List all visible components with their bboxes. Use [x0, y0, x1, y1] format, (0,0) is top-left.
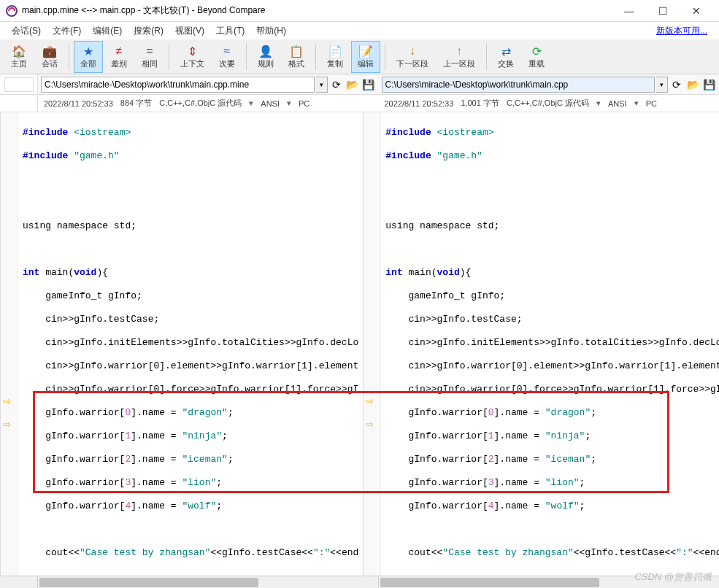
home-button[interactable]: 🏠主页: [4, 41, 34, 73]
diff-marker-icon[interactable]: ⇨: [366, 395, 377, 406]
left-enc: ANSI: [261, 99, 280, 108]
menu-edit[interactable]: 编辑(E): [87, 25, 128, 37]
left-pane: ⇨ ⇨ #include <iostream> #include "game.h…: [1, 112, 364, 576]
reload-button[interactable]: ⟳重载: [522, 41, 551, 73]
thumbnail-gutter-top: [0, 95, 38, 112]
right-save-icon[interactable]: 💾: [701, 77, 716, 92]
left-lineend: PC: [299, 99, 309, 108]
right-pane: ⇨ ⇨ #include <iostream> #include "game.h…: [364, 112, 719, 576]
left-pathbar: ▾ ⟳ 📂 💾: [38, 77, 379, 93]
right-recent-icon[interactable]: ⟳: [669, 77, 684, 92]
maximize-button[interactable]: ☐: [646, 0, 680, 22]
watermark: CSDN @赏善罚饿: [634, 570, 712, 584]
menu-view[interactable]: 视图(V): [169, 25, 210, 37]
right-lineend: PC: [646, 99, 657, 108]
window-title: main.cpp.mine <--> main.cpp - 文本比较(T) - …: [22, 4, 612, 17]
diff-marker-icon[interactable]: ⇨: [3, 419, 15, 429]
right-lang: C,C++,C#,ObjC 源代码: [507, 98, 589, 109]
toolbar: 🏠主页 💼会话 ★全部 ≠差别 =相同 ⇕上下文 ≈次要 👤规则 📋格式 📄复制…: [0, 39, 719, 74]
diff-marker-icon[interactable]: ⇨: [3, 395, 15, 406]
info-row: 2022/8/11 20:52:33 884 字节 C,C++,C#,ObjC …: [0, 95, 719, 112]
left-h-scrollbar[interactable]: [38, 576, 378, 588]
right-code[interactable]: #include <iostream> #include "game.h" us…: [381, 112, 719, 576]
right-open-folder-icon[interactable]: 📂: [685, 77, 700, 92]
swap-button[interactable]: ⇄交换: [491, 41, 520, 73]
menu-tools[interactable]: 工具(T): [210, 25, 250, 37]
right-info: 2022/8/11 20:52:33 1,001 字节 C,C++,C#,Obj…: [379, 98, 720, 109]
menu-help[interactable]: 帮助(H): [250, 25, 292, 37]
menu-search[interactable]: 搜索(R): [128, 25, 169, 37]
rules-button[interactable]: 👤规则: [251, 41, 280, 73]
right-marker-gutter: ⇨ ⇨: [364, 112, 381, 576]
format-button[interactable]: 📋格式: [282, 41, 311, 73]
left-path-dropdown[interactable]: ▾: [316, 77, 328, 93]
diff-button[interactable]: ≠差别: [104, 41, 134, 73]
context-button[interactable]: ⇕上下文: [174, 41, 211, 73]
copy-button[interactable]: 📄复制: [320, 41, 350, 73]
right-path-input[interactable]: [382, 77, 655, 93]
edit-button[interactable]: 📝编辑: [351, 41, 380, 73]
left-date: 2022/8/11 20:52:33: [44, 99, 113, 108]
right-size: 1,001 字节: [461, 98, 499, 109]
left-path-input[interactable]: [41, 77, 315, 93]
right-date: 2022/8/11 20:52:33: [385, 99, 454, 108]
left-size: 884 字节: [120, 98, 152, 109]
path-row: ▾ ⟳ 📂 💾 ▾ ⟳ 📂 💾: [0, 74, 719, 95]
minimize-button[interactable]: —: [612, 0, 646, 22]
app-icon: [6, 5, 18, 17]
thumbnail-column-header: [0, 74, 38, 94]
diff-marker-icon[interactable]: ⇨: [366, 419, 377, 429]
all-button[interactable]: ★全部: [74, 41, 103, 73]
right-enc: ANSI: [608, 99, 627, 108]
menu-session[interactable]: 会话(S): [6, 25, 47, 37]
left-code[interactable]: #include <iostream> #include "game.h" us…: [18, 112, 363, 576]
left-save-icon[interactable]: 💾: [361, 77, 376, 92]
session-button[interactable]: 💼会话: [35, 41, 64, 73]
same-button[interactable]: =相同: [135, 41, 164, 73]
left-lang: C,C++,C#,ObjC 源代码: [159, 98, 242, 109]
right-path-dropdown[interactable]: ▾: [656, 77, 668, 93]
titlebar: main.cpp.mine <--> main.cpp - 文本比较(T) - …: [0, 0, 719, 22]
left-marker-gutter: ⇨ ⇨: [1, 112, 18, 576]
compare-area: ⇨ ⇨ #include <iostream> #include "game.h…: [0, 112, 719, 576]
close-button[interactable]: ✕: [680, 0, 713, 22]
scrollbar-row: [0, 576, 719, 588]
left-open-folder-icon[interactable]: 📂: [345, 77, 360, 92]
menubar: 会话(S) 文件(F) 编辑(E) 搜索(R) 视图(V) 工具(T) 帮助(H…: [0, 22, 719, 39]
next-section-button[interactable]: ↓下一区段: [390, 41, 435, 73]
minor-button[interactable]: ≈次要: [212, 41, 242, 73]
left-info: 2022/8/11 20:52:33 884 字节 C,C++,C#,ObjC …: [38, 98, 379, 109]
new-version-link[interactable]: 新版本可用...: [656, 25, 713, 37]
right-pathbar: ▾ ⟳ 📂 💾: [379, 77, 720, 93]
menu-file[interactable]: 文件(F): [47, 25, 87, 37]
left-recent-icon[interactable]: ⟳: [329, 77, 344, 92]
prev-section-button[interactable]: ↑上一区段: [437, 41, 482, 73]
